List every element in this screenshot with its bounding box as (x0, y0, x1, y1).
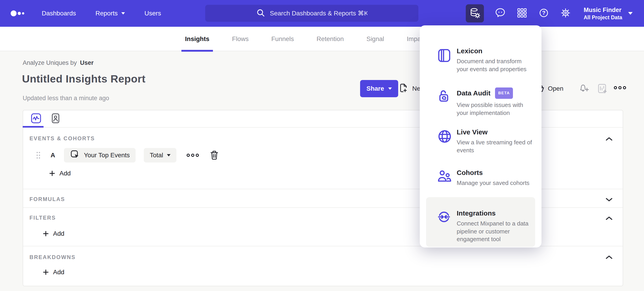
apps-grid-button[interactable] (516, 7, 528, 19)
drag-handle[interactable] (34, 150, 42, 160)
global-search[interactable] (205, 5, 418, 22)
report-title[interactable]: Untitled Insights Report (22, 72, 146, 85)
plus-icon (43, 269, 49, 275)
menu-item-desc: View a live streaming feed of events (457, 138, 533, 154)
user-card-icon (50, 113, 61, 125)
search-icon (256, 8, 265, 18)
mixpanel-app: Dashboards Reports Users (0, 0, 644, 291)
menu-item-desc: View possible issues with your implement… (457, 101, 533, 117)
tab-funnels[interactable]: Funnels (268, 27, 298, 51)
add-breakdown-button[interactable]: Add (43, 269, 64, 276)
gear-icon (560, 7, 571, 19)
share-button[interactable]: Share (360, 80, 398, 97)
event-row-more-button[interactable] (186, 153, 200, 158)
data-audit-lock-icon (438, 89, 450, 104)
menu-item-cohorts[interactable]: Cohorts Manage your saved cohorts (420, 161, 542, 201)
menu-item-title: Data Audit (457, 89, 490, 97)
tab-retention[interactable]: Retention (313, 27, 348, 51)
tab-retention-label: Retention (316, 35, 344, 43)
add-breakdown-label: Add (53, 269, 64, 276)
top-bar-actions: ? Music Finder All Project Data (466, 0, 633, 27)
breakdowns-section: BREAKDOWNS Add (23, 246, 623, 287)
collapse-breakdowns-button[interactable] (604, 253, 614, 262)
profiles-view-tab[interactable] (46, 110, 65, 127)
cohorts-people-icon (438, 170, 452, 184)
collapse-events-button[interactable] (604, 134, 614, 143)
chevron-up-icon (606, 255, 613, 259)
project-switcher[interactable]: Music Finder All Project Data (584, 6, 633, 21)
tab-signal[interactable]: Signal (363, 27, 388, 51)
menu-item-desc: Manage your saved cohorts (457, 179, 533, 187)
menu-item-title: Integrations (457, 209, 496, 217)
help-button[interactable]: ? (538, 7, 549, 19)
add-event-label: Add (60, 170, 71, 177)
nav-users[interactable]: Users (144, 10, 161, 17)
report-tab-bar: Insights Flows Funnels Retention Signal … (0, 27, 644, 51)
nav-reports-label: Reports (96, 10, 118, 17)
report-tabs: Insights Flows Funnels Retention Signal … (182, 27, 430, 51)
report-updated-text: Updated less than a minute ago (23, 95, 109, 102)
nav-dashboards[interactable]: Dashboards (42, 10, 76, 17)
menu-item-desc: Document and transform your events and p… (457, 57, 533, 73)
tab-signal-label: Signal (366, 35, 384, 43)
chevron-down-icon (606, 198, 613, 202)
tab-flows[interactable]: Flows (228, 27, 252, 51)
menu-item-live-view[interactable]: Live View View a live streaming feed of … (420, 120, 542, 161)
data-management-menu: Lexicon Document and transform your even… (420, 25, 542, 248)
menu-item-title: Live View (457, 128, 488, 136)
board-plus-icon (596, 83, 608, 95)
delete-event-row-button[interactable] (210, 150, 219, 160)
analyze-value-selector[interactable]: User (80, 59, 94, 66)
event-selector-label: Your Top Events (84, 152, 130, 159)
cursor-click-icon (70, 149, 80, 161)
mixpanel-logo-icon[interactable] (10, 8, 26, 18)
feedback-button[interactable] (495, 7, 506, 19)
database-gear-icon (469, 7, 480, 19)
plus-icon (43, 231, 49, 237)
integrations-sync-icon (438, 210, 450, 224)
globe-icon (438, 129, 452, 145)
add-event-button[interactable]: Add (49, 170, 71, 177)
breakdowns-label: BREAKDOWNS (30, 254, 623, 261)
nav-reports[interactable]: Reports (96, 10, 125, 17)
menu-item-lexicon[interactable]: Lexicon Document and transform your even… (420, 39, 542, 79)
tab-flows-label: Flows (232, 35, 248, 43)
expand-formulas-button[interactable] (604, 195, 614, 204)
lexicon-book-icon (438, 48, 451, 64)
analyze-prefix: Analyze Uniques by (23, 59, 77, 66)
chat-bubble-icon (495, 7, 506, 19)
add-to-dashboard-button[interactable] (596, 83, 608, 95)
create-alert-button[interactable] (579, 83, 590, 95)
search-input[interactable] (270, 10, 367, 17)
menu-item-integrations[interactable]: Integrations Connect Mixpanel to a data … (420, 201, 542, 243)
collapse-filters-button[interactable] (604, 214, 614, 223)
metric-selector-button[interactable]: Total (144, 148, 176, 163)
document-plus-icon (398, 83, 408, 95)
menu-item-desc: Connect Mixpanel to a data pipeline or c… (457, 220, 533, 243)
menu-item-data-audit[interactable]: Data Audit BETA View possible issues wit… (420, 79, 542, 120)
top-bar: Dashboards Reports Users (0, 0, 644, 27)
event-selector-button[interactable]: Your Top Events (64, 148, 136, 163)
grid-icon (516, 7, 528, 19)
chevron-down-icon (167, 154, 170, 156)
project-name: Music Finder (584, 6, 622, 14)
settings-button[interactable] (560, 7, 571, 19)
chart-activity-icon (30, 113, 42, 125)
nav-dashboards-label: Dashboards (42, 10, 76, 17)
project-scope: All Project Data (584, 14, 622, 21)
chevron-down-icon (121, 12, 125, 14)
chevron-up-icon (606, 216, 613, 220)
report-more-actions-button[interactable] (614, 85, 627, 91)
tab-funnels-label: Funnels (271, 35, 294, 43)
question-mark-icon: ? (538, 7, 549, 19)
share-button-label: Share (366, 85, 384, 92)
tab-insights[interactable]: Insights (182, 27, 213, 51)
add-filter-button[interactable]: Add (43, 230, 64, 237)
data-management-button[interactable] (466, 4, 484, 22)
ellipsis-icon (614, 85, 627, 91)
events-view-tab[interactable] (26, 110, 46, 127)
ellipsis-icon (186, 153, 200, 158)
plus-icon (49, 170, 55, 177)
trash-icon (210, 150, 219, 160)
chevron-down-icon (628, 12, 633, 15)
